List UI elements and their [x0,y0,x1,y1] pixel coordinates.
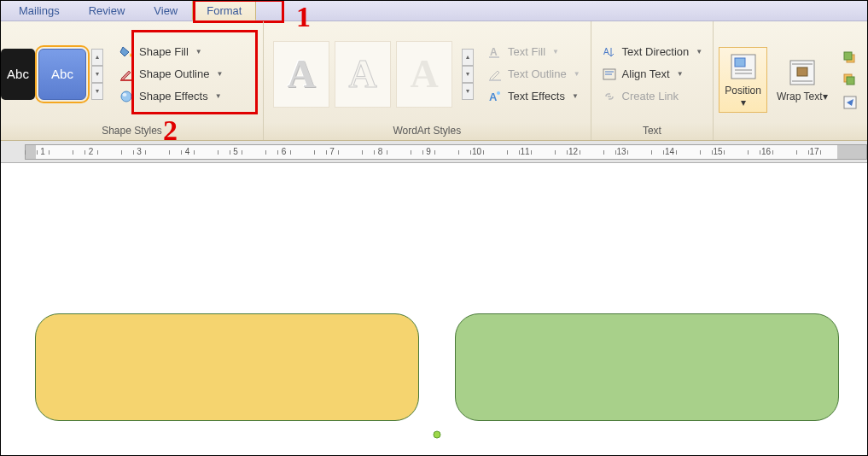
bring-forward-button[interactable] [841,49,859,67]
gallery-down-icon[interactable]: ▾ [462,66,474,83]
text-direction-icon: A [602,44,617,60]
shape-outline-button[interactable]: Shape Outline ▼ [114,64,228,85]
shape-fill-label: Shape Fill [139,45,189,58]
shape-fill-button[interactable]: Shape Fill ▼ [114,42,228,62]
chevron-down-icon: ▼ [195,48,202,56]
gallery-up-icon[interactable]: ▴ [462,49,474,66]
shape-styles-group-label: Shape Styles [6,123,258,138]
tab-review[interactable]: Review [74,1,140,20]
chevron-down-icon: ▼ [215,92,222,100]
chevron-down-icon: ▼ [216,70,223,78]
svg-rect-5 [489,79,501,81]
ruler-number: 13 [616,147,626,156]
text-group-label: Text [597,123,708,138]
tab-mailings[interactable]: Mailings [4,1,74,20]
position-button[interactable]: Position▾ [719,47,767,112]
tab-view[interactable]: View [139,1,192,20]
wordart-preview-2[interactable]: A [335,41,391,108]
bucket-icon [119,44,134,60]
svg-rect-13 [735,58,745,67]
rounded-rect-green[interactable] [455,313,839,421]
group-wordart-styles: A A A ▴ ▾ ▾ A Text Fill ▼ [264,21,591,140]
group-shape-styles: Abc Abc ▴ ▾ ▾ Shape Fill ▼ [1,21,264,140]
group-text: A Text Direction ▼ Align Text ▼ C [591,21,714,140]
wordart-preview-1[interactable]: A [273,41,329,108]
gallery-down-icon[interactable]: ▾ [91,66,103,83]
arrange-group-label [719,135,859,138]
ruler-number: 12 [568,147,578,156]
align-text-button[interactable]: Align Text ▼ [597,64,708,85]
chevron-down-icon: ▼ [552,48,559,56]
chevron-down-icon: ▼ [572,92,579,100]
ribbon: Abc Abc ▴ ▾ ▾ Shape Fill ▼ [1,21,867,141]
send-backward-button[interactable] [841,71,859,90]
position-icon [728,51,759,82]
create-link-button[interactable]: Create Link [597,86,708,107]
text-effects-label: Text Effects [508,90,565,102]
text-outline-button[interactable]: Text Outline ▼ [482,64,585,85]
tab-bar: Mailings Review View Format [1,1,867,21]
ruler-number: 14 [665,147,674,156]
shape-effects-button[interactable]: Shape Effects ▼ [114,86,228,107]
ruler-number: 15 [713,147,722,156]
align-text-icon [602,67,617,82]
svg-point-2 [123,93,127,96]
ruler-number: 9 [426,147,431,156]
text-fill-icon: A [487,44,503,60]
text-direction-label: Text Direction [622,45,690,58]
link-icon [602,89,617,104]
selection-pane-button[interactable] [841,93,859,112]
text-outline-label: Text Outline [508,67,567,80]
shape-style-preview-1[interactable]: Abc [1,49,35,100]
gallery-more-icon[interactable]: ▾ [462,83,474,100]
shape-outline-label: Shape Outline [139,67,209,80]
ruler-number: 10 [472,147,481,156]
ruler-number: 8 [378,147,383,156]
ruler-number: 2 [89,147,94,156]
text-effects-button[interactable]: A Text Effects ▼ [482,86,585,107]
gallery-up-icon[interactable]: ▴ [91,49,103,66]
chevron-down-icon: ▼ [677,70,684,78]
text-fill-button[interactable]: A Text Fill ▼ [482,42,585,62]
svg-text:A: A [489,91,498,103]
gallery-more-icon[interactable]: ▾ [91,83,103,100]
pencil-icon [119,67,134,82]
rotation-handle[interactable] [434,431,441,439]
svg-rect-0 [120,79,132,81]
document-canvas[interactable] [1,163,867,455]
wordart-gallery-spinner: ▴ ▾ ▾ [462,49,474,100]
effects-icon [119,89,134,104]
horizontal-ruler[interactable]: 1234567891011121314151617 [25,144,867,160]
svg-point-7 [497,91,500,95]
text-outline-icon [487,67,503,82]
ruler-number: 17 [809,147,818,156]
gallery-spinner: ▴ ▾ ▾ [91,49,103,100]
wordart-gallery[interactable]: A A A [269,37,457,112]
tab-format[interactable]: Format [192,1,256,20]
svg-rect-17 [797,67,807,76]
ruler-number: 4 [185,147,190,156]
chevron-down-icon: ▼ [696,48,702,56]
align-text-label: Align Text [622,67,670,80]
rounded-rect-yellow[interactable] [35,313,419,421]
wordart-preview-3[interactable]: A [396,41,452,108]
ruler-number: 16 [761,147,771,156]
svg-rect-23 [847,77,854,85]
ruler-number: 1 [40,147,45,156]
ruler-number: 6 [282,147,287,156]
shape-style-preview-2[interactable]: Abc [38,49,86,100]
ruler-number: 11 [520,147,529,156]
chevron-down-icon: ▼ [574,70,580,78]
wrap-text-button[interactable]: Wrap Text▾ [771,53,834,107]
wrap-text-icon [787,57,818,88]
wrap-text-label: Wrap Text▾ [777,91,828,102]
text-effects-icon: A [487,89,503,104]
position-label: Position▾ [725,85,761,108]
wordart-styles-group-label: WordArt Styles [269,123,585,138]
shape-style-gallery[interactable]: Abc Abc ▴ ▾ ▾ [6,49,103,100]
svg-rect-21 [844,52,852,60]
ruler-area: 1234567891011121314151617 [1,141,867,163]
ruler-number: 5 [233,147,238,156]
svg-rect-4 [489,56,499,58]
text-direction-button[interactable]: A Text Direction ▼ [597,42,708,62]
